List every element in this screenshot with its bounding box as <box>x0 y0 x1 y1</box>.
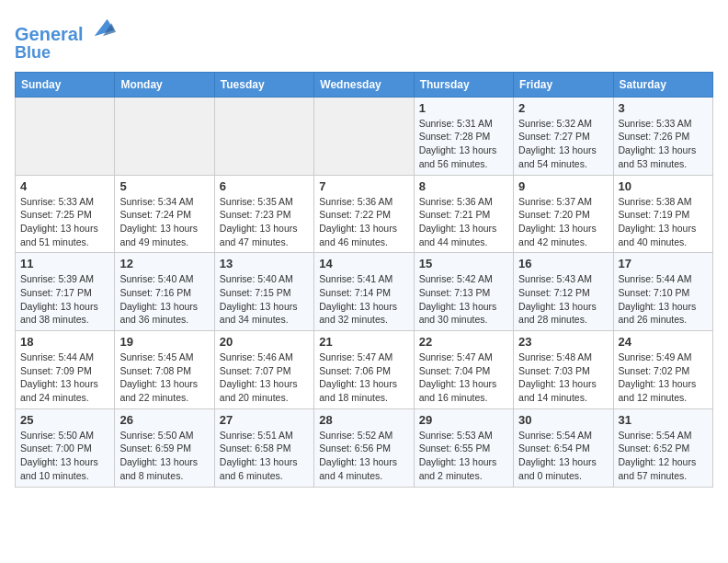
day-detail: Sunrise: 5:50 AM Sunset: 6:59 PM Dayligh… <box>119 429 209 483</box>
day-number: 4 <box>20 179 109 193</box>
calendar-cell: 12Sunrise: 5:40 AM Sunset: 7:16 PM Dayli… <box>115 253 214 331</box>
calendar-cell: 13Sunrise: 5:40 AM Sunset: 7:15 PM Dayli… <box>214 253 313 331</box>
calendar-cell: 30Sunrise: 5:54 AM Sunset: 6:54 PM Dayli… <box>514 408 613 487</box>
day-detail: Sunrise: 5:32 AM Sunset: 7:27 PM Dayligh… <box>518 117 608 171</box>
calendar-week-row: 25Sunrise: 5:50 AM Sunset: 7:00 PM Dayli… <box>16 408 713 487</box>
calendar-cell: 21Sunrise: 5:47 AM Sunset: 7:06 PM Dayli… <box>314 331 414 409</box>
calendar-table: SundayMondayTuesdayWednesdayThursdayFrid… <box>15 72 713 488</box>
day-detail: Sunrise: 5:53 AM Sunset: 6:55 PM Dayligh… <box>419 429 508 483</box>
day-detail: Sunrise: 5:37 AM Sunset: 7:20 PM Dayligh… <box>518 195 608 249</box>
day-number: 14 <box>319 257 408 270</box>
calendar-cell: 7Sunrise: 5:36 AM Sunset: 7:22 PM Daylig… <box>314 175 414 253</box>
calendar-cell: 22Sunrise: 5:47 AM Sunset: 7:04 PM Dayli… <box>414 331 513 409</box>
day-detail: Sunrise: 5:51 AM Sunset: 6:58 PM Dayligh… <box>220 429 309 483</box>
day-detail: Sunrise: 5:36 AM Sunset: 7:21 PM Dayligh… <box>419 195 508 249</box>
calendar-week-row: 18Sunrise: 5:44 AM Sunset: 7:09 PM Dayli… <box>16 331 713 409</box>
page-header: General Blue <box>15 15 713 63</box>
day-detail: Sunrise: 5:39 AM Sunset: 7:17 PM Dayligh… <box>20 272 109 327</box>
day-number: 15 <box>419 257 508 270</box>
calendar-cell: 14Sunrise: 5:41 AM Sunset: 7:14 PM Dayli… <box>314 253 414 331</box>
day-number: 17 <box>619 257 708 270</box>
day-number: 23 <box>518 335 608 349</box>
day-detail: Sunrise: 5:50 AM Sunset: 7:00 PM Dayligh… <box>20 429 109 483</box>
day-number: 22 <box>419 335 508 349</box>
day-number: 7 <box>319 179 408 193</box>
weekday-header: Thursday <box>414 72 513 97</box>
day-detail: Sunrise: 5:40 AM Sunset: 7:15 PM Dayligh… <box>220 272 309 327</box>
day-detail: Sunrise: 5:34 AM Sunset: 7:24 PM Dayligh… <box>119 195 209 249</box>
weekday-header: Tuesday <box>214 72 313 97</box>
weekday-header-row: SundayMondayTuesdayWednesdayThursdayFrid… <box>16 72 713 97</box>
calendar-cell: 26Sunrise: 5:50 AM Sunset: 6:59 PM Dayli… <box>115 408 214 487</box>
calendar-cell: 6Sunrise: 5:35 AM Sunset: 7:23 PM Daylig… <box>214 175 313 253</box>
calendar-cell: 25Sunrise: 5:50 AM Sunset: 7:00 PM Dayli… <box>16 408 115 487</box>
day-detail: Sunrise: 5:33 AM Sunset: 7:26 PM Dayligh… <box>619 117 708 171</box>
day-detail: Sunrise: 5:52 AM Sunset: 6:56 PM Dayligh… <box>319 429 408 483</box>
day-detail: Sunrise: 5:33 AM Sunset: 7:25 PM Dayligh… <box>20 195 109 249</box>
day-number: 21 <box>319 335 408 349</box>
calendar-cell: 16Sunrise: 5:43 AM Sunset: 7:12 PM Dayli… <box>514 253 613 331</box>
day-number: 31 <box>619 413 708 427</box>
day-number: 20 <box>220 335 309 349</box>
day-detail: Sunrise: 5:54 AM Sunset: 6:54 PM Dayligh… <box>518 429 608 483</box>
day-detail: Sunrise: 5:45 AM Sunset: 7:08 PM Dayligh… <box>119 350 209 405</box>
logo: General Blue <box>15 15 116 63</box>
weekday-header: Monday <box>115 72 214 97</box>
day-detail: Sunrise: 5:43 AM Sunset: 7:12 PM Dayligh… <box>518 272 608 327</box>
day-number: 29 <box>419 413 508 427</box>
calendar-cell: 11Sunrise: 5:39 AM Sunset: 7:17 PM Dayli… <box>16 253 115 331</box>
day-detail: Sunrise: 5:54 AM Sunset: 6:52 PM Dayligh… <box>619 429 708 483</box>
day-number: 11 <box>20 257 109 270</box>
day-number: 18 <box>20 335 109 349</box>
calendar-week-row: 11Sunrise: 5:39 AM Sunset: 7:17 PM Dayli… <box>16 253 713 331</box>
calendar-cell: 4Sunrise: 5:33 AM Sunset: 7:25 PM Daylig… <box>16 175 115 253</box>
day-number: 26 <box>119 413 209 427</box>
day-number: 6 <box>220 179 309 193</box>
day-number: 5 <box>119 179 209 193</box>
day-detail: Sunrise: 5:42 AM Sunset: 7:13 PM Dayligh… <box>419 272 508 327</box>
day-detail: Sunrise: 5:35 AM Sunset: 7:23 PM Dayligh… <box>220 195 309 249</box>
day-detail: Sunrise: 5:40 AM Sunset: 7:16 PM Dayligh… <box>119 272 209 327</box>
day-detail: Sunrise: 5:44 AM Sunset: 7:10 PM Dayligh… <box>619 272 708 327</box>
day-number: 13 <box>220 257 309 270</box>
day-number: 19 <box>119 335 209 349</box>
calendar-header: SundayMondayTuesdayWednesdayThursdayFrid… <box>16 72 713 97</box>
weekday-header: Saturday <box>613 72 712 97</box>
calendar-cell: 29Sunrise: 5:53 AM Sunset: 6:55 PM Dayli… <box>414 408 513 487</box>
calendar-cell: 15Sunrise: 5:42 AM Sunset: 7:13 PM Dayli… <box>414 253 513 331</box>
calendar-cell <box>16 97 115 175</box>
day-number: 9 <box>518 179 608 193</box>
day-detail: Sunrise: 5:46 AM Sunset: 7:07 PM Dayligh… <box>220 350 309 405</box>
calendar-week-row: 4Sunrise: 5:33 AM Sunset: 7:25 PM Daylig… <box>16 175 713 253</box>
calendar-cell: 28Sunrise: 5:52 AM Sunset: 6:56 PM Dayli… <box>314 408 414 487</box>
day-number: 30 <box>518 413 608 427</box>
day-detail: Sunrise: 5:49 AM Sunset: 7:02 PM Dayligh… <box>619 350 708 405</box>
day-detail: Sunrise: 5:41 AM Sunset: 7:14 PM Dayligh… <box>319 272 408 327</box>
day-number: 16 <box>518 257 608 270</box>
logo-text: General <box>15 15 116 44</box>
calendar-body: 1Sunrise: 5:31 AM Sunset: 7:28 PM Daylig… <box>16 97 713 487</box>
logo-blue: Blue <box>15 44 116 63</box>
day-detail: Sunrise: 5:38 AM Sunset: 7:19 PM Dayligh… <box>619 195 708 249</box>
weekday-header: Wednesday <box>314 72 414 97</box>
day-number: 25 <box>20 413 109 427</box>
day-detail: Sunrise: 5:36 AM Sunset: 7:22 PM Dayligh… <box>319 195 408 249</box>
calendar-cell: 1Sunrise: 5:31 AM Sunset: 7:28 PM Daylig… <box>414 97 513 175</box>
calendar-week-row: 1Sunrise: 5:31 AM Sunset: 7:28 PM Daylig… <box>16 97 713 175</box>
day-detail: Sunrise: 5:47 AM Sunset: 7:04 PM Dayligh… <box>419 350 508 405</box>
calendar-cell <box>214 97 313 175</box>
weekday-header: Sunday <box>16 72 115 97</box>
calendar-cell <box>314 97 414 175</box>
day-detail: Sunrise: 5:31 AM Sunset: 7:28 PM Dayligh… <box>419 117 508 171</box>
day-number: 10 <box>619 179 708 193</box>
calendar-cell: 31Sunrise: 5:54 AM Sunset: 6:52 PM Dayli… <box>613 408 712 487</box>
day-number: 1 <box>419 101 508 115</box>
day-number: 3 <box>619 101 708 115</box>
calendar-cell: 18Sunrise: 5:44 AM Sunset: 7:09 PM Dayli… <box>16 331 115 409</box>
calendar-cell: 10Sunrise: 5:38 AM Sunset: 7:19 PM Dayli… <box>613 175 712 253</box>
calendar-cell: 2Sunrise: 5:32 AM Sunset: 7:27 PM Daylig… <box>514 97 613 175</box>
calendar-cell: 24Sunrise: 5:49 AM Sunset: 7:02 PM Dayli… <box>613 331 712 409</box>
calendar-cell: 17Sunrise: 5:44 AM Sunset: 7:10 PM Dayli… <box>613 253 712 331</box>
calendar-cell: 20Sunrise: 5:46 AM Sunset: 7:07 PM Dayli… <box>214 331 313 409</box>
day-number: 8 <box>419 179 508 193</box>
